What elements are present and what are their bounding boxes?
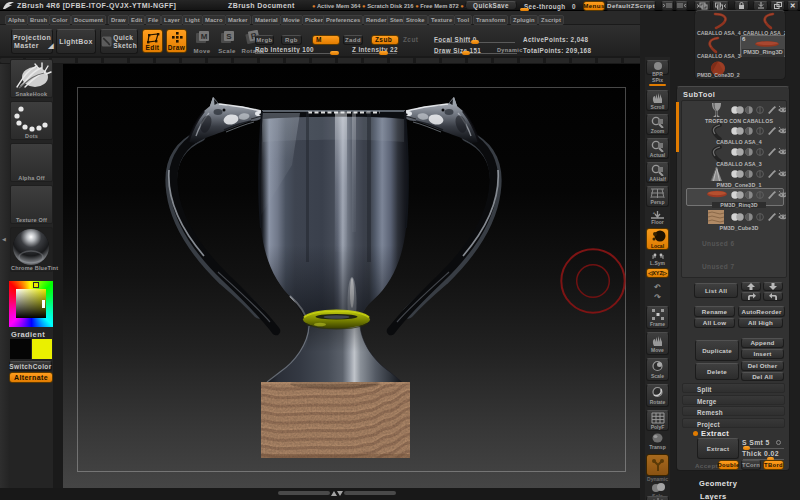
svg-text:M: M xyxy=(200,32,207,41)
svg-text:▲: ▲ xyxy=(652,211,656,215)
svg-text:S: S xyxy=(226,32,232,41)
